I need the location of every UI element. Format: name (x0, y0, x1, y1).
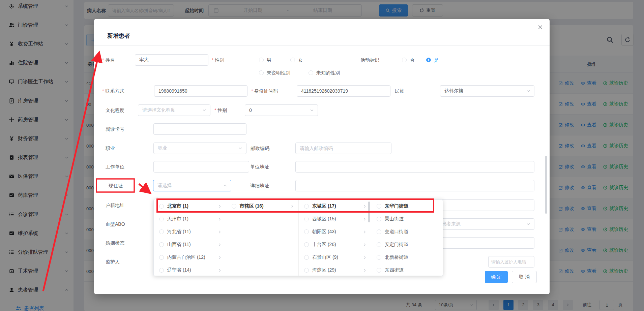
cascader-option[interactable]: 辽宁省 (14) (154, 264, 226, 276)
dialog-title: 新增患者 (107, 32, 130, 40)
radio-icon[interactable] (304, 217, 309, 221)
radio-icon[interactable] (159, 204, 164, 209)
contact-label: 联系方式 (102, 88, 124, 94)
radio-male-label[interactable]: 男 (267, 57, 271, 63)
radio-icon[interactable] (377, 268, 381, 273)
cascader-option[interactable]: 北京市 (1) (154, 200, 226, 213)
radio-icon[interactable] (377, 229, 381, 234)
radio-yes[interactable] (426, 58, 431, 62)
radio-icon[interactable] (159, 217, 164, 221)
education-select[interactable]: 请选择文化程度 (138, 104, 210, 116)
radio-icon[interactable] (377, 204, 381, 209)
radio-no[interactable] (402, 58, 407, 62)
cascader-option[interactable]: 交道口街道 (371, 225, 443, 238)
occupation-select[interactable]: 职业 (153, 143, 246, 154)
radio-unknown-gender-label[interactable]: 未知的性别 (316, 69, 340, 76)
cascader-option[interactable]: 市辖区 (16) (226, 200, 298, 213)
chevron-down-icon (202, 108, 207, 113)
chevron-down-icon (310, 108, 314, 113)
id-number-input[interactable] (297, 85, 390, 97)
chevron-right-icon (217, 217, 222, 221)
radio-icon[interactable] (232, 204, 236, 209)
guardian-phone-input[interactable] (488, 256, 534, 268)
postal-code-input[interactable] (295, 143, 391, 154)
scrollbar-thumb[interactable] (368, 201, 370, 222)
chevron-right-icon (362, 204, 367, 209)
ethnicity-value: 达斡尔族 (444, 88, 526, 94)
chevron-right-icon (362, 217, 367, 221)
confirm-button[interactable]: 确 定 (485, 271, 508, 283)
cascader-column: 东华门街道景山街道交道口街道安定门街道北新桥街道东四街道 (371, 200, 443, 276)
cascader-option[interactable]: 天津市 (1) (154, 213, 226, 225)
cascader-option-label: 东城区 (17) (312, 203, 336, 209)
education-placeholder: 请选择文化程度 (142, 107, 202, 113)
employer-input[interactable] (153, 161, 249, 173)
radio-female[interactable] (290, 58, 295, 62)
marital-status-label: 婚姻状态 (106, 240, 124, 246)
radio-icon[interactable] (377, 242, 381, 247)
ethnicity-select[interactable]: 达斡尔族 (440, 85, 534, 97)
name-input[interactable] (135, 54, 208, 66)
cascader-option-label: 交道口街道 (385, 229, 408, 235)
radio-icon[interactable] (304, 242, 309, 247)
radio-female-label[interactable]: 女 (298, 57, 303, 63)
cascader-column: 市辖区 (16) (226, 200, 299, 276)
close-icon[interactable] (537, 24, 543, 30)
gender-code-label: 性别 (214, 107, 227, 114)
radio-icon[interactable] (159, 268, 164, 273)
cascader-option[interactable]: 西城区 (15) (299, 213, 371, 225)
occupation-label: 职业 (106, 145, 115, 152)
detail-address-input[interactable] (295, 180, 534, 191)
radio-icon[interactable] (377, 255, 381, 260)
ethnicity-label: 民族 (395, 88, 404, 94)
radio-icon[interactable] (304, 268, 309, 273)
cascader-option[interactable]: 石景山区 (9) (299, 251, 371, 264)
cascader-option[interactable]: 东华门街道 (371, 200, 443, 213)
chevron-right-icon (217, 243, 222, 247)
current-address-label: 现住址 (109, 182, 123, 189)
radio-icon[interactable] (304, 204, 309, 209)
radio-unstated-gender-label[interactable]: 未说明性别 (267, 69, 290, 76)
chevron-right-icon (217, 268, 222, 273)
cascader-option-label: 丰台区 (26) (312, 242, 336, 248)
dialog-scrollbar[interactable] (545, 156, 547, 214)
postal-code-label: 邮政编码 (251, 145, 269, 152)
cascader-option[interactable]: 景山街道 (371, 213, 443, 225)
cascader-option[interactable]: 山西省 (11) (154, 238, 226, 251)
dialog-divider (94, 45, 550, 45)
contact-input[interactable] (154, 85, 247, 97)
chevron-down-icon (238, 146, 243, 151)
radio-unstated-gender[interactable] (259, 70, 264, 75)
cascader-option[interactable]: 东四街道 (371, 264, 443, 276)
cascader-option-label: 天津市 (1) (167, 216, 188, 222)
cascader-option[interactable]: 河北省 (11) (154, 225, 226, 238)
cascader-option[interactable]: 内蒙古自治区 (12) (154, 251, 226, 264)
radio-male[interactable] (259, 58, 264, 62)
cascader-option[interactable]: 北新桥街道 (371, 251, 443, 264)
guardian-label: 监护人 (106, 258, 120, 265)
visit-card-input[interactable] (153, 123, 246, 135)
cascader-option[interactable]: 安定门街道 (371, 238, 443, 251)
cascader-option[interactable]: 海淀区 (29) (299, 264, 371, 276)
cascader-option-label: 安定门街道 (385, 242, 408, 248)
cancel-button[interactable]: 取 消 (512, 271, 537, 283)
cascader-popup: 北京市 (1)天津市 (1)河北省 (11)山西省 (11)内蒙古自治区 (12… (153, 199, 443, 276)
radio-icon[interactable] (304, 229, 309, 234)
cascader-option[interactable]: 朝阳区 (43) (299, 225, 371, 238)
radio-icon[interactable] (159, 229, 164, 234)
radio-icon[interactable] (304, 255, 309, 260)
radio-icon[interactable] (159, 255, 164, 260)
chevron-right-icon (362, 255, 367, 260)
radio-yes-label[interactable]: 是 (434, 57, 439, 63)
cascader-option[interactable]: 丰台区 (26) (299, 238, 371, 251)
chevron-up-icon (223, 183, 228, 188)
gender-code-select[interactable]: 0 (245, 104, 318, 116)
employer-address-input[interactable] (295, 161, 534, 173)
current-address-cascader[interactable]: 请选择 (153, 180, 231, 191)
cascader-option[interactable]: 东城区 (17) (299, 200, 371, 213)
screen: 系统管理门诊管理收费工作站住院管理门诊医生工作站库房管理药房管理财务管理报表管理… (0, 0, 644, 311)
radio-icon[interactable] (377, 217, 381, 221)
radio-no-label[interactable]: 否 (410, 57, 414, 63)
radio-icon[interactable] (159, 242, 164, 247)
radio-unknown-gender[interactable] (309, 70, 313, 75)
